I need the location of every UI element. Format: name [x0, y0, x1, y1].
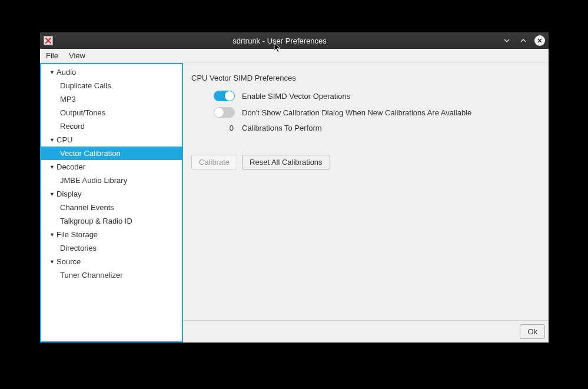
- calibrations-label: Calibrations To Perform: [242, 124, 322, 132]
- sidebar-item-record[interactable]: Record: [41, 119, 182, 133]
- hide-dialog-label: Don't Show Calibration Dialog When New C…: [242, 108, 471, 117]
- sidebar-item-output-tones[interactable]: Output/Tones: [41, 106, 182, 119]
- toggle-enable-simd[interactable]: [214, 91, 235, 101]
- category-decoder[interactable]: ▼ Decoder: [41, 160, 182, 174]
- chevron-down-icon: ▼: [49, 137, 54, 143]
- footer: Ok: [183, 320, 549, 343]
- category-label: Source: [57, 257, 81, 266]
- row-calibrations-count: 0 Calibrations To Perform: [191, 124, 540, 132]
- window-title: sdrtrunk - User Preferences: [58, 36, 501, 45]
- category-display[interactable]: ▼ Display: [41, 187, 182, 201]
- chevron-down-icon: ▼: [49, 164, 54, 170]
- calibrations-count: 0: [220, 124, 235, 132]
- menu-view[interactable]: View: [69, 51, 85, 60]
- main-body: CPU Vector SIMD Preferences Enable SIMD …: [183, 63, 549, 320]
- category-audio[interactable]: ▼ Audio: [41, 65, 182, 79]
- minimize-icon[interactable]: [501, 35, 512, 46]
- category-label: Decoder: [57, 162, 85, 171]
- app-icon: [44, 36, 53, 45]
- chevron-down-icon: ▼: [49, 191, 54, 197]
- toggle-hide-dialog[interactable]: [214, 107, 235, 118]
- calibrate-button[interactable]: Calibrate: [191, 155, 237, 169]
- sidebar-item-directories[interactable]: Directories: [41, 241, 182, 255]
- chevron-down-icon: ▼: [49, 259, 54, 265]
- category-label: Display: [57, 189, 82, 198]
- ok-button[interactable]: Ok: [520, 324, 545, 339]
- category-source[interactable]: ▼ Source: [41, 255, 182, 268]
- row-hide-dialog: Don't Show Calibration Dialog When New C…: [191, 107, 540, 118]
- category-cpu[interactable]: ▼ CPU: [41, 133, 182, 147]
- sidebar-item-duplicate-calls[interactable]: Duplicate Calls: [41, 79, 182, 92]
- close-icon[interactable]: [534, 35, 545, 46]
- chevron-down-icon: ▼: [49, 232, 54, 238]
- menubar: File View: [40, 49, 549, 63]
- window-controls: [501, 35, 545, 46]
- sidebar-item-jmbe-audio-library[interactable]: JMBE Audio Library: [41, 174, 182, 187]
- maximize-icon[interactable]: [518, 35, 529, 46]
- category-label: CPU: [57, 135, 72, 144]
- content-area: ▼ Audio Duplicate Calls MP3 Output/Tones…: [40, 63, 549, 343]
- reset-calibrations-button[interactable]: Reset All Calibrations: [242, 155, 330, 169]
- section-title: CPU Vector SIMD Preferences: [191, 74, 540, 82]
- row-enable-simd: Enable SIMD Vector Operations: [191, 91, 540, 101]
- sidebar: ▼ Audio Duplicate Calls MP3 Output/Tones…: [40, 63, 183, 343]
- sidebar-item-talkgroup-radio-id[interactable]: Talkgroup & Radio ID: [41, 214, 182, 228]
- category-label: File Storage: [57, 230, 98, 239]
- sidebar-item-tuner-channelizer[interactable]: Tuner Channelizer: [41, 268, 182, 282]
- sidebar-item-vector-calibration[interactable]: Vector Calibration: [41, 147, 182, 160]
- main-panel: CPU Vector SIMD Preferences Enable SIMD …: [183, 63, 549, 343]
- preferences-window: sdrtrunk - User Preferences File View ▼ …: [40, 32, 549, 343]
- category-file-storage[interactable]: ▼ File Storage: [41, 228, 182, 241]
- enable-simd-label: Enable SIMD Vector Operations: [242, 92, 350, 101]
- button-row: Calibrate Reset All Calibrations: [191, 155, 540, 169]
- sidebar-item-channel-events[interactable]: Channel Events: [41, 201, 182, 214]
- titlebar: sdrtrunk - User Preferences: [40, 32, 549, 49]
- category-label: Audio: [57, 68, 76, 77]
- chevron-down-icon: ▼: [49, 69, 54, 75]
- sidebar-item-mp3[interactable]: MP3: [41, 92, 182, 106]
- menu-file[interactable]: File: [46, 51, 58, 60]
